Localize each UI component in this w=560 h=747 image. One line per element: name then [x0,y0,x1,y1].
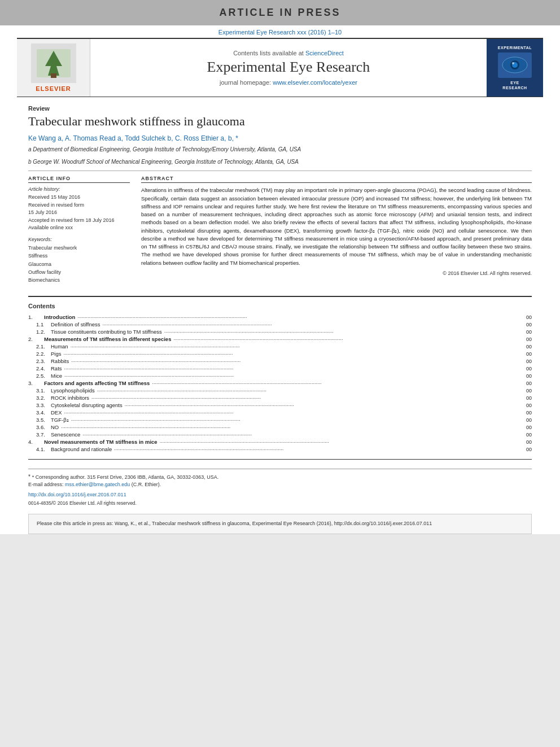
toc-item-page: 00 [526,388,532,394]
toc-dots: ········································… [77,314,524,320]
sciencedirect-line: Contents lists available at ScienceDirec… [233,50,344,56]
toc-item-page: 00 [526,439,532,445]
toc-item-num: 1. [28,314,44,320]
toc-dots: ········································… [61,425,524,430]
toc-item-page: 00 [526,322,532,327]
toc-item-page: 00 [526,432,532,438]
toc-dots: ········································… [64,366,524,372]
contents-label: Contents [28,303,532,309]
toc-item-page: 00 [526,403,532,408]
toc-dots: ········································… [64,410,524,416]
journal-ref: Experimental Eye Research xxx (2016) 1–1… [0,25,560,38]
toc-item-num: 4.1. [28,446,51,452]
abstract-label: ABSTRACT [141,176,532,183]
toc-item: 2.1.Human·······························… [28,343,532,350]
issn-line: 0014-4835/© 2016 Elsevier Ltd. All right… [28,500,532,507]
review-label: Review [28,105,532,112]
toc-dots: ········································… [64,373,524,379]
keyword-2: Stiffness [28,252,130,260]
toc-item-num: 3.1. [28,387,51,394]
toc-item-page: 00 [526,314,532,320]
toc-dots: ········································… [63,351,524,357]
received-revised-date: 15 July 2016 [28,209,130,217]
toc-dots: ········································… [164,329,524,335]
affiliation-b: b George W. Woodruff School of Mechanica… [28,158,532,166]
toc-item-page: 00 [526,337,532,342]
toc-item-title: Human [51,343,68,350]
toc-item-title: Senescence [51,431,80,438]
toc-item: 4.1.Background and rationale············… [28,446,532,452]
article-title: Trabecular meshwork stiffness in glaucom… [28,114,532,129]
keyword-4: Outflow facility [28,268,130,276]
toc-item-title: Pigs [51,351,61,357]
toc-dots: ········································… [125,403,524,408]
main-content: Review Trabecular meshwork stiffness in … [0,105,560,534]
toc-item-page: 00 [526,410,532,416]
sciencedirect-label[interactable]: ScienceDirect [305,50,344,56]
footnote-corresponding: * * Corresponding author. 315 Ferst Driv… [28,473,532,482]
abstract-text: Alterations in stiffness of the trabecul… [141,186,532,267]
elsevier-tree-icon [34,46,73,80]
article-in-press-banner: ARTICLE IN PRESS [0,0,560,25]
badge-line3: RESEARCH [498,85,532,90]
toc-item: 3.7.Senescence··························… [28,431,532,438]
toc-item-page: 00 [526,447,532,452]
keyword-5: Biomechanics [28,276,130,284]
toc-item-num: 2.3. [28,358,51,364]
toc-item: 3.5.TGF-β₂······························… [28,417,532,423]
toc-item-title: Lysophospholipids [51,387,95,394]
journal-title: Experimental Eye Research [207,59,370,76]
sciencedirect-prefix: Contents lists available at [233,50,305,56]
toc-item: 3.4.DEX·································… [28,409,532,416]
toc-item-num: 3.7. [28,431,51,438]
toc-dots: ········································… [97,388,524,394]
footnote-email-label: E-mail address: [28,482,65,487]
svg-rect-2 [51,73,56,78]
toc-item: 4.Novel measurements of TM stiffness in … [28,439,532,445]
toc-item-num: 2. [28,336,44,342]
toc-item: 2.3.Rabbits·····························… [28,358,532,364]
svg-point-6 [512,62,514,64]
footnote-email: E-mail address: mss.ethier@bme.gatech.ed… [28,481,532,489]
toc-item-num: 3.6. [28,424,51,430]
citation-text: Please cite this article in press as: Wa… [37,521,432,526]
keywords-label: Keywords: [28,237,130,242]
page: ARTICLE IN PRESS Experimental Eye Resear… [0,0,560,534]
toc-item-num: 2.1. [28,343,51,350]
toc-item-title: ROCK inhibitors [51,395,89,401]
article-info-label: ARTICLE INFO [28,176,130,183]
toc-dots: ········································… [91,395,524,401]
toc-item: 3.2.ROCK inhibitors·····················… [28,395,532,401]
toc-dots: ········································… [82,432,524,438]
info-abstract-section: ARTICLE INFO Article history: Received 1… [28,176,532,284]
toc-item: 3.6.NO··································… [28,424,532,430]
toc-item-num: 3.4. [28,409,51,416]
history-label: Article history: [28,186,130,192]
toc-item-page: 00 [526,344,532,350]
toc-item: 1.2.Tissue constituents contributing to … [28,329,532,335]
divider-1 [28,171,532,171]
journal-badge: EXPERIMENTAL EYE RESEARCH [498,45,532,90]
received-revised-label: Received in revised form [28,202,130,209]
accepted-date: Accepted in revised form 18 July 2016 [28,217,130,225]
toc-item-page: 00 [526,381,532,386]
toc-item-title: Background and rationale [51,446,112,452]
toc-dots: ········································… [160,439,524,445]
affiliation-a: a Department of Biomedical Engineering, … [28,146,532,154]
doi-link[interactable]: http://dx.doi.org/10.1016/j.exer.2016.07… [28,491,532,499]
toc-item-title: DEX [51,409,62,416]
toc-item-page: 00 [526,373,532,379]
elsevier-logo-area: ELSEVIER [17,39,90,97]
received-date: Received 15 May 2016 [28,194,130,202]
homepage-url[interactable]: www.elsevier.com/locate/yexer [273,79,357,86]
badge-line2: EYE [498,80,532,85]
badge-line1: EXPERIMENTAL [498,45,532,50]
toc-item: 1.Introduction··························… [28,314,532,320]
toc-item-num: 3.5. [28,417,51,423]
toc-dots: ········································… [71,344,524,350]
toc-dots: ········································… [173,337,524,342]
copyright: © 2016 Elsevier Ltd. All rights reserved… [141,270,532,276]
toc-item: 3.3.Cytoskeletal disrupting agents······… [28,402,532,408]
footnote-email-address[interactable]: mss.ethier@bme.gatech.edu [65,482,130,487]
journal-ref-text: Experimental Eye Research xxx (2016) 1–1… [218,29,342,36]
